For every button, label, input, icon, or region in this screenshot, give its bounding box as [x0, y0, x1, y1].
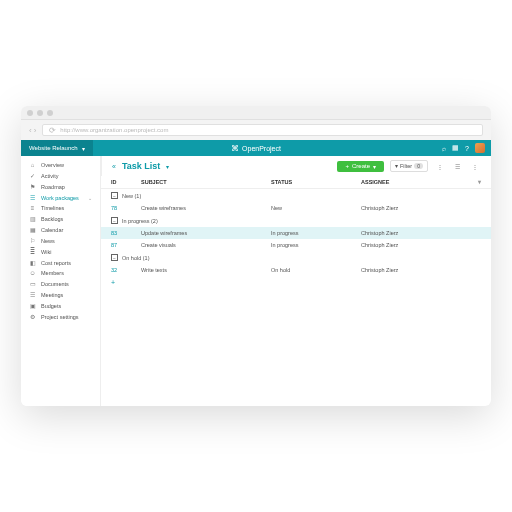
sidebar-icon: ☰ — [29, 194, 36, 201]
sidebar-icon: ▣ — [29, 302, 36, 309]
chevron-down-icon: ▾ — [82, 145, 85, 152]
sidebar-item-label: Wiki — [41, 249, 51, 255]
cell-id[interactable]: 87 — [111, 242, 141, 248]
table-row[interactable]: 78Create wireframesNewChristoph Zierz — [101, 202, 491, 214]
group-header[interactable]: −New (1) — [101, 189, 491, 202]
sidebar-item-calendar[interactable]: ▦Calendar — [21, 224, 100, 235]
filter-count: 0 — [414, 163, 423, 169]
topbar-right: ⌕ ▦ ? — [442, 143, 491, 153]
collapse-group-icon[interactable]: − — [111, 192, 118, 199]
cell-subject: Update wireframes — [141, 230, 271, 236]
help-icon[interactable]: ? — [465, 145, 469, 152]
sidebar-item-cost-reports[interactable]: ◧Cost reports — [21, 257, 100, 268]
sidebar-icon: ☺ — [29, 270, 36, 276]
sidebar-icon: ▦ — [29, 226, 36, 233]
title-dropdown-icon[interactable]: ▾ — [166, 163, 169, 170]
project-name: Website Relaunch — [29, 145, 78, 151]
sidebar-item-members[interactable]: ☺Members — [21, 268, 100, 278]
sidebar-icon: ⚙ — [29, 313, 36, 320]
url-box[interactable]: ⟳ http://www.organization.openproject.co… — [42, 124, 483, 136]
page-title: Task List — [122, 161, 160, 171]
sidebar-item-label: Roadmap — [41, 184, 65, 190]
table-row[interactable]: 83Update wireframesIn progressChristoph … — [101, 227, 491, 239]
table-header: ID SUBJECT STATUS ASSIGNEE ▾ — [101, 176, 491, 189]
forward-icon[interactable]: › — [34, 126, 37, 135]
browser-address-bar: ‹ › ⟳ http://www.organization.openprojec… — [21, 120, 491, 140]
sidebar-item-budgets[interactable]: ▣Budgets — [21, 300, 100, 311]
max-dot[interactable] — [47, 110, 53, 116]
group-header[interactable]: −In progress (2) — [101, 214, 491, 227]
collapse-sidebar-icon[interactable]: « — [112, 163, 116, 170]
sidebar-item-meetings[interactable]: ☰Meetings — [21, 289, 100, 300]
brand-logo-icon: ⌘ — [231, 144, 239, 153]
col-assignee[interactable]: ASSIGNEE — [361, 179, 473, 185]
close-dot[interactable] — [27, 110, 33, 116]
cell-status: In progress — [271, 242, 361, 248]
cell-id[interactable]: 83 — [111, 230, 141, 236]
sidebar-item-timelines[interactable]: ≡Timelines — [21, 203, 100, 213]
grid-icon[interactable]: ▦ — [452, 144, 459, 152]
cell-assignee: Christoph Zierz — [361, 267, 481, 273]
sidebar-item-activity[interactable]: ✓Activity — [21, 170, 100, 181]
app-topbar: Website Relaunch ▾ ⌘ OpenProject ⌕ ▦ ? — [21, 140, 491, 156]
chevron-down-icon: ⌄ — [88, 195, 92, 201]
plus-icon: + — [345, 163, 349, 169]
inline-add-button[interactable]: + — [101, 276, 491, 289]
sidebar-item-label: Budgets — [41, 303, 61, 309]
col-subject[interactable]: SUBJECT — [141, 179, 271, 185]
create-button[interactable]: + Create ▾ — [337, 161, 384, 172]
filter-label: Filter — [400, 163, 412, 169]
cell-id[interactable]: 32 — [111, 267, 141, 273]
sidebar-item-backlogs[interactable]: ▥Backlogs — [21, 213, 100, 224]
col-menu[interactable]: ▾ — [473, 179, 481, 185]
main-header: « Task List ▾ + Create ▾ ▾ Filter 0 ⋮ ☰ … — [101, 156, 491, 176]
col-id[interactable]: ID — [111, 179, 141, 185]
table-row[interactable]: 87Create visualsIn progressChristoph Zie… — [101, 239, 491, 251]
table-row[interactable]: 32Write textsOn holdChristoph Zierz — [101, 264, 491, 276]
task-table: ID SUBJECT STATUS ASSIGNEE ▾ −New (1)78C… — [101, 176, 491, 406]
collapse-group-icon[interactable]: − — [111, 254, 118, 261]
funnel-icon: ▾ — [395, 163, 398, 169]
sidebar-item-work-packages[interactable]: ☰Work packages⌄ — [21, 192, 100, 203]
sidebar-item-label: Timelines — [41, 205, 64, 211]
sidebar-icon: ≡ — [29, 205, 36, 211]
group-header[interactable]: −On hold (1) — [101, 251, 491, 264]
sidebar: ⌂Overview✓Activity⚑Roadmap☰Work packages… — [21, 156, 101, 406]
url-text: http://www.organization.openproject.com — [60, 127, 168, 133]
back-icon[interactable]: ‹ — [29, 126, 32, 135]
sidebar-item-overview[interactable]: ⌂Overview — [21, 160, 100, 170]
main: « Task List ▾ + Create ▾ ▾ Filter 0 ⋮ ☰ … — [101, 156, 491, 406]
cell-assignee: Christoph Zierz — [361, 205, 481, 211]
group-label: On hold (1) — [122, 255, 150, 261]
sidebar-item-label: Members — [41, 270, 64, 276]
cell-subject: Create wireframes — [141, 205, 271, 211]
project-selector[interactable]: Website Relaunch ▾ — [21, 140, 93, 156]
cell-id[interactable]: 78 — [111, 205, 141, 211]
sidebar-item-wiki[interactable]: ≣Wiki — [21, 246, 100, 257]
filter-button[interactable]: ▾ Filter 0 — [390, 160, 428, 172]
cell-status: On hold — [271, 267, 361, 273]
sidebar-icon: ⚑ — [29, 183, 36, 190]
collapse-group-icon[interactable]: − — [111, 217, 118, 224]
more-icon[interactable]: ⋮ — [469, 161, 481, 172]
sidebar-item-label: Project settings — [41, 314, 79, 320]
cell-status: New — [271, 205, 361, 211]
sidebar-item-label: Backlogs — [41, 216, 63, 222]
sidebar-item-label: Documents — [41, 281, 69, 287]
group-label: New (1) — [122, 193, 141, 199]
avatar[interactable] — [475, 143, 485, 153]
search-icon[interactable]: ⌕ — [442, 145, 446, 152]
sidebar-item-roadmap[interactable]: ⚑Roadmap — [21, 181, 100, 192]
col-status[interactable]: STATUS — [271, 179, 361, 185]
sidebar-icon: ⚐ — [29, 237, 36, 244]
sidebar-icon: ⌂ — [29, 162, 36, 168]
min-dot[interactable] — [37, 110, 43, 116]
sidebar-item-documents[interactable]: ▭Documents — [21, 278, 100, 289]
settings-icon[interactable]: ☰ — [452, 161, 463, 172]
reload-icon[interactable]: ⟳ — [49, 126, 56, 135]
options-icon[interactable]: ⋮ — [434, 161, 446, 172]
sidebar-item-project-settings[interactable]: ⚙Project settings — [21, 311, 100, 322]
sidebar-icon: ◧ — [29, 259, 36, 266]
sidebar-item-news[interactable]: ⚐News — [21, 235, 100, 246]
sidebar-icon: ☰ — [29, 291, 36, 298]
